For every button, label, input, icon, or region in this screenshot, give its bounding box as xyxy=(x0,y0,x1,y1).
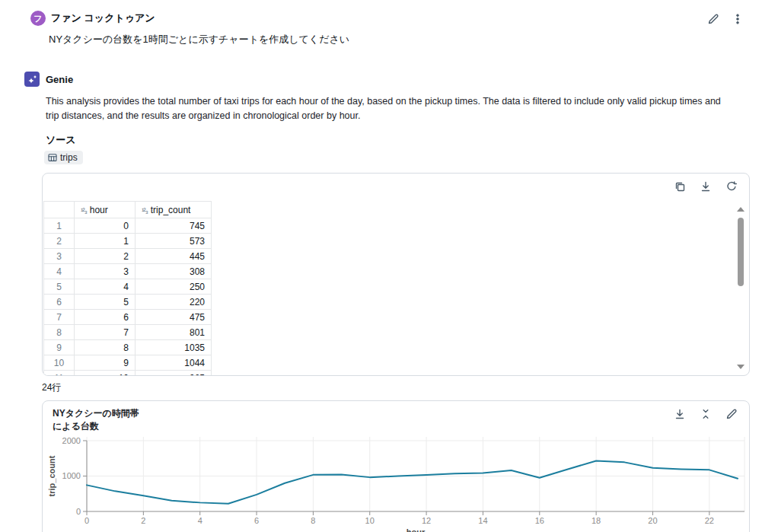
collapse-chart-button[interactable] xyxy=(699,407,713,421)
table-row[interactable]: 76475 xyxy=(44,310,212,325)
collapse-icon xyxy=(700,408,712,420)
table-row[interactable]: 21573 xyxy=(44,234,212,249)
svg-text:trip_count: trip_count xyxy=(47,455,56,496)
scrollbar-thumb[interactable] xyxy=(738,218,744,286)
column-header-trip-count[interactable]: ¹²₃trip_count xyxy=(136,202,212,218)
svg-text:12: 12 xyxy=(422,516,431,525)
table-icon xyxy=(48,153,57,162)
kebab-menu-icon xyxy=(732,13,744,25)
result-table-card: ¹²₃hour ¹²₃trip_count 107452157332445433… xyxy=(42,173,750,376)
svg-text:14: 14 xyxy=(478,516,487,525)
column-header-hour[interactable]: ¹²₃hour xyxy=(75,202,136,218)
source-chip-label: trips xyxy=(60,152,78,163)
table-row[interactable]: 1091044 xyxy=(44,355,212,371)
genie-conversation: フ ファン コックトゥアン NYタクシーの台数を1時間ごとに示すチャートを作成し… xyxy=(0,0,778,532)
download-icon xyxy=(674,408,686,420)
refresh-table-button[interactable] xyxy=(725,180,738,193)
table-scrollbar[interactable] xyxy=(736,204,745,372)
download-icon xyxy=(700,180,712,193)
svg-text:2: 2 xyxy=(141,516,145,525)
genie-response-text: This analysis provides the total number … xyxy=(46,94,729,123)
table-row[interactable]: 54250 xyxy=(44,279,212,295)
pencil-icon xyxy=(725,408,738,420)
genie-name: Genie xyxy=(46,74,73,85)
table-body: 1074521573324454330854250652207647587801… xyxy=(44,218,212,377)
user-avatar: フ xyxy=(30,11,46,26)
copy-button[interactable] xyxy=(673,180,687,193)
edit-chart-button[interactable] xyxy=(725,407,738,421)
svg-text:10: 10 xyxy=(365,516,375,525)
edit-message-button[interactable] xyxy=(706,12,720,26)
scroll-up-arrow-icon[interactable] xyxy=(737,207,745,212)
download-table-button[interactable] xyxy=(699,180,713,193)
user-message-header: フ ファン コックトゥアン xyxy=(30,11,778,26)
copy-icon xyxy=(674,180,686,193)
user-name: ファン コックトゥアン xyxy=(51,11,155,25)
chart-card: NYタクシーの時間帯 による台数 01000200002468101214161… xyxy=(42,400,750,532)
source-chip-trips[interactable]: trips xyxy=(44,151,83,164)
sparkle-icon xyxy=(26,73,39,86)
more-options-button[interactable] xyxy=(731,12,745,26)
table-row[interactable]: 43308 xyxy=(44,264,212,279)
chart-title: NYタクシーの時間帯 による台数 xyxy=(53,407,139,433)
message-actions xyxy=(706,12,745,26)
sources-label: ソース xyxy=(46,133,778,147)
table-row[interactable]: 1110965 xyxy=(44,371,212,377)
numeric-type-icon: ¹²₃ xyxy=(81,206,87,215)
svg-text:20: 20 xyxy=(648,516,657,525)
table-row[interactable]: 981035 xyxy=(44,340,212,355)
table-row[interactable]: 87801 xyxy=(44,325,212,340)
svg-text:hour: hour xyxy=(407,527,426,532)
table-header-row: ¹²₃hour ¹²₃trip_count xyxy=(44,202,212,218)
svg-text:18: 18 xyxy=(591,516,601,525)
refresh-icon xyxy=(725,180,738,193)
svg-text:0: 0 xyxy=(84,516,89,525)
table-row[interactable]: 10745 xyxy=(44,218,212,234)
genie-avatar xyxy=(24,72,40,87)
genie-message-header: Genie xyxy=(24,72,778,87)
pencil-icon xyxy=(707,13,719,25)
svg-text:8: 8 xyxy=(311,516,315,525)
trip-count-line-chart[interactable]: 0100020000246810121416182022hourtrip_cou… xyxy=(43,433,751,532)
svg-text:1000: 1000 xyxy=(62,471,81,480)
numeric-type-icon: ¹²₃ xyxy=(142,206,148,215)
svg-text:6: 6 xyxy=(254,516,259,525)
row-count-label: 24行 xyxy=(42,381,778,394)
table-toolbar xyxy=(673,180,738,193)
table-row[interactable]: 65220 xyxy=(44,295,212,310)
svg-text:22: 22 xyxy=(705,516,714,525)
table-row[interactable]: 32445 xyxy=(44,249,212,264)
chart-toolbar xyxy=(673,407,738,421)
corner-header-cell xyxy=(44,202,75,218)
svg-text:0: 0 xyxy=(76,507,81,516)
svg-text:4: 4 xyxy=(198,516,202,525)
result-table: ¹²₃hour ¹²₃trip_count 107452157332445433… xyxy=(43,201,212,376)
download-chart-button[interactable] xyxy=(673,407,687,421)
svg-text:2000: 2000 xyxy=(62,436,81,445)
scroll-down-arrow-icon[interactable] xyxy=(737,365,745,369)
svg-text:16: 16 xyxy=(535,516,544,525)
user-message-text: NYタクシーの台数を1時間ごとに示すチャートを作成してください xyxy=(49,33,760,46)
